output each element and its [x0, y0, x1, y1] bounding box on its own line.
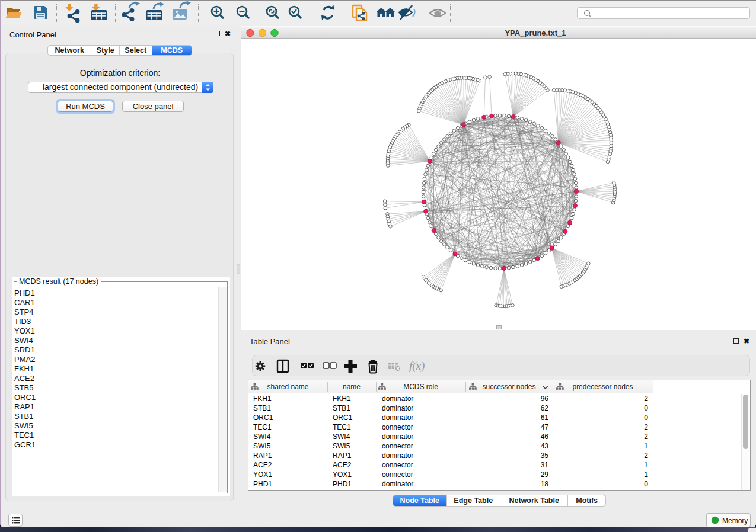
svg-text:f(x): f(x)	[409, 360, 425, 373]
